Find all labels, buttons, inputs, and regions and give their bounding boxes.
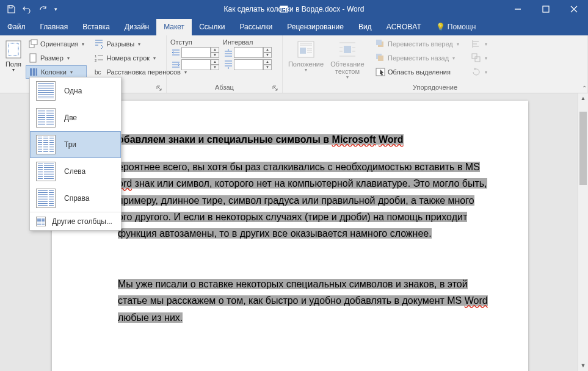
group-icon xyxy=(471,53,481,63)
spacing-before[interactable]: ▲▼ xyxy=(223,47,272,58)
tab-references[interactable]: Ссылки xyxy=(192,19,232,35)
doc-paragraph-1: ероятнее всего, вы хотя бы раз сталкивал… xyxy=(118,159,507,242)
selection-pane-icon xyxy=(376,67,385,77)
tab-design[interactable]: Дизайн xyxy=(117,19,156,35)
window-title: Как сделать колонки в Ворде.docx - Word xyxy=(224,5,365,13)
scroll-up[interactable]: ▲ xyxy=(578,93,588,104)
spacing-before-input[interactable] xyxy=(234,47,263,58)
document-content[interactable]: обавляем знаки и специальные символы в M… xyxy=(52,101,528,326)
svg-rect-16 xyxy=(300,48,306,54)
save-button[interactable] xyxy=(4,2,18,16)
indent-right-icon xyxy=(170,59,181,70)
spin-down[interactable]: ▼ xyxy=(211,52,219,58)
margins-icon xyxy=(4,40,23,59)
indent-left-input[interactable] xyxy=(181,47,211,58)
svg-rect-9 xyxy=(30,68,32,76)
bring-forward-label: Переместить вперед xyxy=(388,40,453,48)
bring-forward-icon xyxy=(376,39,385,49)
tab-review[interactable]: Рецензирование xyxy=(280,19,351,35)
ribbon-tabs: Файл Главная Вставка Дизайн Макет Ссылки… xyxy=(0,18,588,35)
spin-down[interactable]: ▼ xyxy=(211,65,219,70)
breaks-icon xyxy=(94,39,104,49)
orientation-label: Ориентация xyxy=(40,40,78,48)
tab-mailings[interactable]: Рассылки xyxy=(232,19,280,35)
tell-me[interactable]: 💡Помощн xyxy=(429,19,484,35)
group-objects-button: ▾ xyxy=(469,51,490,65)
size-label: Размер xyxy=(40,54,64,62)
hyphenation-icon: bc xyxy=(94,67,104,77)
page[interactable]: обавляем знаки и специальные символы в M… xyxy=(52,101,528,371)
group-arrange: Положение▾ Обтекание текстом▾ Переместит… xyxy=(283,35,588,93)
spacing-before-icon xyxy=(223,47,234,58)
group-paragraph-label: Абзац xyxy=(167,84,282,91)
line-numbers-icon: 12 xyxy=(94,53,104,63)
tab-view[interactable]: Вид xyxy=(351,19,379,35)
columns-right-thumb xyxy=(36,189,56,208)
scroll-thumb[interactable] xyxy=(579,112,587,185)
columns-one-label: Одна xyxy=(64,87,82,95)
columns-right[interactable]: Справа xyxy=(30,185,121,212)
svg-rect-17 xyxy=(344,46,351,53)
tab-file[interactable]: Файл xyxy=(0,19,33,35)
tab-insert[interactable]: Вставка xyxy=(75,19,117,35)
svg-rect-23 xyxy=(472,54,477,59)
tab-acrobat[interactable]: ACROBAT xyxy=(379,19,429,35)
selection-pane-button[interactable]: Область выделения xyxy=(373,65,462,79)
spacing-after[interactable]: ▲▼ xyxy=(223,59,272,70)
indent-right[interactable]: ▲▼ xyxy=(170,59,219,70)
tab-home[interactable]: Главная xyxy=(33,19,76,35)
orientation-icon xyxy=(28,39,38,49)
tab-layout[interactable]: Макет xyxy=(156,19,192,35)
rotate-button: ▾ xyxy=(469,65,490,79)
svg-text:2: 2 xyxy=(95,59,97,62)
page-setup-launcher[interactable] xyxy=(156,83,164,90)
qat-customize[interactable]: ▾ xyxy=(51,2,60,16)
columns-icon xyxy=(29,67,38,77)
size-button[interactable]: Размер▾ xyxy=(26,51,87,65)
bring-forward-button: Переместить вперед▾ xyxy=(373,37,462,51)
spin-up[interactable]: ▲ xyxy=(263,59,272,65)
spin-down[interactable]: ▼ xyxy=(263,52,272,58)
columns-more-label: Другие столбцы... xyxy=(52,217,112,226)
margins-button[interactable]: Поля▾ xyxy=(4,37,23,79)
group-paragraph: Отступ ▲▼ ▲▼ Интервал ▲▼ ▲▼ Абзац xyxy=(167,35,283,93)
spacing-after-icon xyxy=(223,59,234,70)
doc-heading: обавляем знаки и специальные символы в M… xyxy=(118,134,404,145)
svg-rect-3 xyxy=(543,6,549,12)
close-button[interactable] xyxy=(560,0,588,18)
spacing-after-input[interactable] xyxy=(234,59,263,70)
columns-left-thumb xyxy=(36,162,56,181)
title-bar: ▾ Как сделать колонки в Ворде.docx - Wor… xyxy=(0,0,588,18)
wrap-text-button: Обтекание текстом▾ xyxy=(329,37,366,81)
columns-more-icon xyxy=(36,217,46,226)
paragraph-launcher[interactable] xyxy=(272,83,280,90)
maximize-button[interactable] xyxy=(532,0,560,18)
columns-three-label: Три xyxy=(64,140,76,149)
svg-rect-21 xyxy=(378,56,383,61)
columns-left[interactable]: Слева xyxy=(30,158,121,185)
columns-dropdown: Одна Две Три Слева Справа Другие столбцы… xyxy=(29,77,122,231)
indent-left[interactable]: ▲▼ xyxy=(170,47,219,58)
spin-up[interactable]: ▲ xyxy=(211,59,219,65)
undo-button[interactable] xyxy=(20,2,34,16)
tell-me-label: Помощн xyxy=(448,23,476,31)
orientation-button[interactable]: Ориентация▾ xyxy=(26,37,87,51)
redo-button[interactable] xyxy=(35,2,50,16)
spin-up[interactable]: ▲ xyxy=(211,47,219,52)
selection-pane-label: Область выделения xyxy=(388,68,451,76)
svg-rect-7 xyxy=(31,40,37,45)
columns-two[interactable]: Две xyxy=(30,104,121,131)
indent-right-input[interactable] xyxy=(181,59,211,70)
columns-more[interactable]: Другие столбцы... xyxy=(30,212,121,230)
spin-up[interactable]: ▲ xyxy=(263,47,272,52)
columns-one[interactable]: Одна xyxy=(30,77,121,104)
minimize-button[interactable] xyxy=(504,0,532,18)
vertical-scrollbar[interactable]: ▲ ▼ xyxy=(578,93,588,371)
send-backward-button: Переместить назад▾ xyxy=(373,51,462,65)
scroll-down[interactable]: ▼ xyxy=(578,361,588,371)
spin-down[interactable]: ▼ xyxy=(263,65,272,70)
collapse-ribbon[interactable]: ⌃ xyxy=(582,85,587,92)
svg-text:bc: bc xyxy=(95,69,101,76)
wrap-label: Обтекание текстом xyxy=(330,60,364,75)
columns-three[interactable]: Три xyxy=(30,131,121,158)
